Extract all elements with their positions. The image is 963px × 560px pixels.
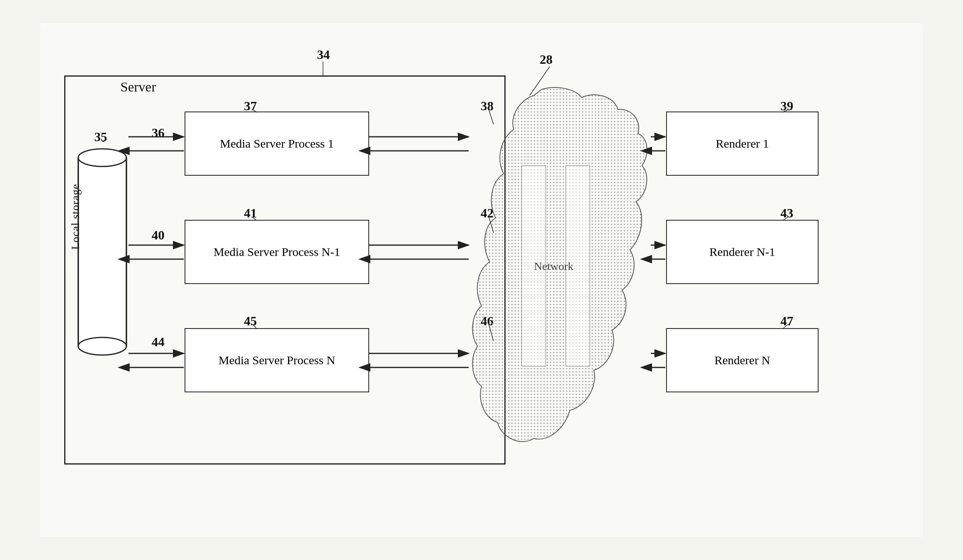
ref-44: 44 [152, 335, 165, 349]
msp-box-1: Media Server Process 1 [185, 112, 369, 176]
ref-43: 43 [780, 206, 793, 221]
msp-box-3: Media Server Process N [185, 328, 369, 392]
diagram-container: Server 34 35 28 36 37 38 39 40 41 42 43 … [40, 23, 923, 537]
renderer-box-3: Renderer N [666, 328, 819, 392]
renderer-label-1: Renderer 1 [716, 137, 769, 150]
ref-40: 40 [152, 228, 165, 243]
msp-box-2: Media Server Process N-1 [185, 220, 369, 284]
ref-28: 28 [540, 52, 553, 67]
msp-label-2: Media Server Process N-1 [213, 245, 340, 259]
network-label: Network [534, 260, 573, 272]
renderer-box-2: Renderer N-1 [666, 220, 819, 284]
ref-36: 36 [152, 126, 165, 140]
renderer-label-3: Renderer N [714, 353, 770, 367]
svg-point-1 [78, 149, 126, 166]
msp-label-3: Media Server Process N [219, 353, 335, 367]
renderer-box-1: Renderer 1 [666, 112, 819, 176]
renderer-label-2: Renderer N-1 [709, 245, 775, 259]
ref-34: 34 [317, 47, 330, 62]
svg-point-2 [78, 337, 126, 355]
ref-41: 41 [244, 206, 257, 221]
network-shape: Network [469, 85, 650, 446]
server-label: Server [120, 79, 156, 95]
cylinder [76, 136, 128, 360]
ref-45: 45 [244, 314, 257, 329]
msp-label-1: Media Server Process 1 [220, 137, 334, 150]
svg-rect-0 [78, 158, 126, 346]
local-storage-label: Local storage [69, 184, 82, 250]
ref-47: 47 [780, 314, 793, 329]
